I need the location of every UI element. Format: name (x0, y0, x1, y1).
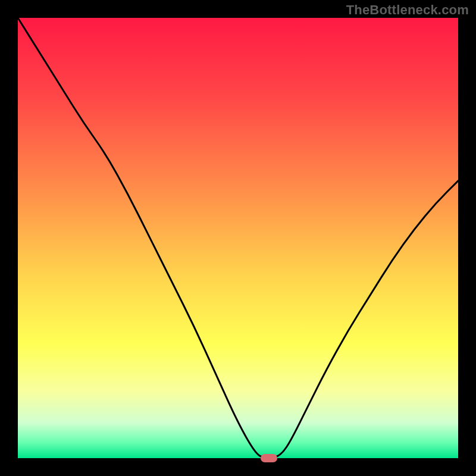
gradient-background (18, 18, 458, 458)
optimal-marker (261, 454, 277, 462)
watermark-text: TheBottleneck.com (346, 2, 469, 18)
plot-area (18, 18, 458, 458)
chart-frame: TheBottleneck.com (0, 0, 476, 476)
plot-svg (18, 18, 458, 458)
